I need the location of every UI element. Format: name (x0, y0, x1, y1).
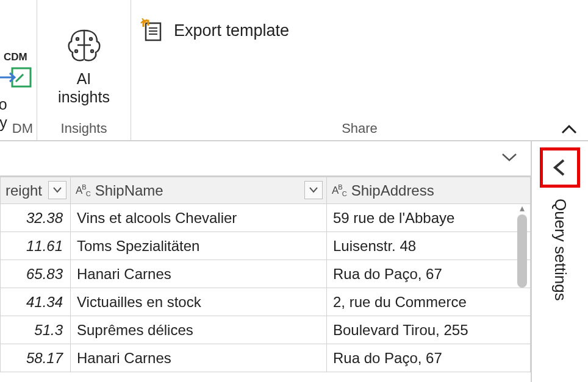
table-row[interactable]: 51.3Suprêmes délicesBoulevard Tirou, 255 (1, 316, 531, 344)
table-row[interactable]: 65.83Hanari CarnesRua do Paço, 67 (1, 260, 531, 288)
table-row[interactable]: 32.38Vins et alcools Chevalier59 rue de … (1, 204, 531, 232)
cell-shipaddress[interactable]: Boulevard Tirou, 255 (327, 316, 531, 344)
svg-point-5 (75, 50, 77, 52)
table-row[interactable]: 41.34Victuailles en stock2, rue du Comme… (1, 288, 531, 316)
ribbon-group-share: Export template Share (131, 0, 588, 140)
cell-shipname[interactable]: Hanari Carnes (71, 260, 327, 288)
cell-shipname[interactable]: Vins et alcools Chevalier (71, 204, 327, 232)
formula-bar-expand-button[interactable] (500, 152, 518, 165)
column-header-shipaddress[interactable]: ABC ShipAddress (327, 177, 531, 204)
brain-icon (63, 27, 106, 65)
ai-insights-caption-1: AI (77, 70, 91, 87)
table-row[interactable]: 11.61Toms SpezialitätenLuisenstr. 48 (1, 232, 531, 260)
export-template-icon (140, 18, 164, 43)
scroll-thumb[interactable] (517, 214, 527, 288)
export-template-label: Export template (174, 21, 289, 40)
cdm-badge: CDM (4, 51, 27, 63)
cell-freight[interactable]: 65.83 (1, 260, 71, 288)
caret-down-icon (53, 187, 62, 193)
cell-freight[interactable]: 41.34 (1, 288, 71, 316)
vertical-scrollbar[interactable]: ▴ (514, 203, 531, 382)
query-settings-panel-collapsed: Query settings (532, 141, 588, 382)
chevron-left-icon (551, 158, 568, 177)
filter-button-shipname[interactable] (304, 181, 323, 199)
data-grid: reight ABC ShipName (0, 177, 531, 382)
cell-shipaddress[interactable]: 2, rue du Commerce (327, 288, 531, 316)
formula-bar[interactable] (0, 141, 531, 177)
type-icon-text: ABC (76, 183, 90, 197)
filter-button-freight[interactable] (48, 181, 66, 199)
cell-shipaddress[interactable]: Rua do Paço, 67 (327, 344, 531, 372)
collapse-ribbon-button[interactable] (560, 124, 578, 138)
map-to-entity-icon[interactable] (0, 62, 35, 89)
cell-shipname[interactable]: Hanari Carnes (71, 344, 327, 372)
svg-point-3 (76, 38, 79, 40)
cell-shipname[interactable]: Victuailles en stock (71, 288, 327, 316)
table-row[interactable]: 58.17Hanari CarnesRua do Paço, 67 (1, 344, 531, 372)
cell-freight[interactable]: 32.38 (1, 204, 71, 232)
workspace: reight ABC ShipName (0, 141, 588, 382)
query-settings-title: Query settings (551, 199, 570, 301)
cell-shipname[interactable]: Toms Spezialitäten (71, 232, 327, 260)
svg-point-4 (90, 38, 92, 40)
scroll-up-arrow-icon[interactable]: ▴ (514, 202, 531, 214)
column-header-freight[interactable]: reight (1, 177, 71, 204)
map-to-entity-caption: p to tity (0, 95, 7, 132)
chevron-down-icon (500, 152, 518, 163)
ribbon-group-label-share: Share (131, 121, 588, 140)
column-header-shipname[interactable]: ABC ShipName (71, 177, 327, 204)
cell-shipaddress[interactable]: 59 rue de l'Abbaye (327, 204, 531, 232)
ribbon: CDM p to tity DM (0, 0, 588, 141)
cell-shipname[interactable]: Suprêmes délices (71, 316, 327, 344)
cell-freight[interactable]: 11.61 (1, 232, 71, 260)
export-template-button[interactable]: Export template (140, 18, 289, 43)
ribbon-group-label-insights: Insights (37, 121, 131, 140)
table-header-row: reight ABC ShipName (1, 177, 531, 204)
cell-shipaddress[interactable]: Rua do Paço, 67 (327, 260, 531, 288)
caret-down-icon (309, 187, 318, 193)
type-icon-text: ABC (332, 183, 346, 197)
ribbon-group-insights: AI insights Insights (37, 0, 131, 140)
cell-freight[interactable]: 51.3 (1, 316, 71, 344)
ai-insights-button[interactable]: AI insights (48, 22, 121, 106)
chevron-up-icon (560, 124, 578, 136)
cell-freight[interactable]: 58.17 (1, 344, 71, 372)
expand-query-settings-button[interactable] (540, 147, 580, 188)
svg-point-6 (91, 50, 93, 52)
ai-insights-caption-2: insights (58, 88, 110, 105)
query-editor-area: reight ABC ShipName (0, 141, 532, 382)
ribbon-group-cdm: CDM p to tity DM (0, 0, 37, 140)
cell-shipaddress[interactable]: Luisenstr. 48 (327, 232, 531, 260)
